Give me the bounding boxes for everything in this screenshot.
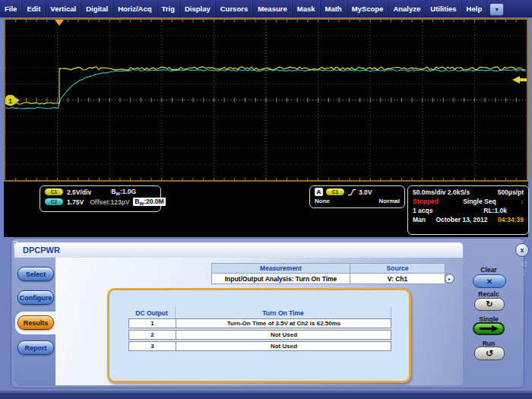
menu-measure[interactable]: Measure xyxy=(253,0,293,17)
menu-trig[interactable]: Trig xyxy=(157,0,180,17)
time-readout: 04:34:39 xyxy=(498,216,524,223)
sample-rate-readout: 500µs/pt xyxy=(498,188,524,196)
window-title: DPCPWR xyxy=(23,245,60,255)
measurement-col-header: Measurement xyxy=(212,264,350,273)
menu-digital[interactable]: Digital xyxy=(81,0,113,17)
menu-mask[interactable]: Mask xyxy=(293,0,321,17)
measurement-value[interactable]: Input/Output Analysis: Turn On Time xyxy=(212,274,350,283)
row3-result: Not Used xyxy=(176,342,391,350)
arrow-down-icon: ↓ xyxy=(521,198,524,205)
trigger-holdoff: None xyxy=(315,198,330,204)
table-row: 1 Turn-On Time of 3.5V at Ch2 is 62.50ms xyxy=(128,318,391,328)
sidebar-item-report[interactable]: Report xyxy=(17,340,54,355)
menu-file[interactable]: File xyxy=(0,0,22,17)
row1-output: 1 xyxy=(129,319,176,328)
acq-seq-mode[interactable]: Single Seq xyxy=(463,198,496,205)
row3-output: 3 xyxy=(129,342,176,350)
sidebar-item-results[interactable]: Results xyxy=(17,315,54,330)
clear-button[interactable]: ✕ xyxy=(473,274,506,288)
acq-count: 1 acqs xyxy=(413,207,432,214)
ch1-bandwidth: BW:1.0G xyxy=(111,188,136,196)
menu-utilities[interactable]: Utilities xyxy=(426,0,461,17)
rising-edge-icon xyxy=(348,188,356,196)
trigger-position-marker xyxy=(55,20,64,26)
row1-result: Turn-On Time of 3.5V at Ch2 is 62.50ms xyxy=(176,319,391,328)
results-box: DC Output Turn On Time 1 Turn-On Time of… xyxy=(107,288,411,383)
dc-output-header: DC Output xyxy=(128,307,176,318)
panel-close-icon: x xyxy=(520,246,524,254)
waveform-canvas: 1 xyxy=(5,20,527,180)
table-row: 2 Not Used xyxy=(128,330,391,340)
single-button[interactable] xyxy=(473,322,505,335)
status-area: C1 2.5V/div BW:1.0G C2 1.75V Offset:123µ… xyxy=(4,182,528,237)
trig-source-label: Man xyxy=(413,216,426,223)
nav-sidebar: Select Configure Results Report xyxy=(14,258,55,385)
menu-math[interactable]: Math xyxy=(321,0,347,17)
right-arrow-icon xyxy=(479,325,499,332)
results-table: DC Output Turn On Time 1 Turn-On Time of… xyxy=(128,307,391,353)
row2-result: Not Used xyxy=(176,331,391,339)
measurement-table: Measurement Source Input/Output Analysis… xyxy=(211,263,445,284)
window-content: Select Configure Results Report Measurem… xyxy=(14,258,463,385)
ch1-badge[interactable]: C1 xyxy=(45,188,63,195)
acq-status: Stopped xyxy=(413,198,439,205)
dpcpwr-window: DPCPWR Select Configure Results Report M… xyxy=(11,238,524,388)
menu-overflow-button[interactable]: ▼ xyxy=(489,3,504,16)
recalc-label: Recalc xyxy=(466,290,511,298)
ch2-scale[interactable]: 1.75V xyxy=(67,198,84,206)
loop-arrow-icon: ↺ xyxy=(486,348,493,359)
row2-output: 2 xyxy=(129,331,176,339)
refresh-icon: ↻ xyxy=(486,299,492,309)
sidebar-item-configure[interactable]: Configure xyxy=(17,290,54,305)
measurement-expand-button[interactable]: ▸ xyxy=(445,274,454,283)
expand-arrow-icon: ▸ xyxy=(448,276,451,281)
bottom-bar xyxy=(0,393,532,399)
trigger-a-badge: A xyxy=(315,188,323,196)
table-row: 3 Not Used xyxy=(128,341,391,351)
svg-text:1: 1 xyxy=(8,97,12,105)
ch2-bandwidth[interactable]: BW:20.0M xyxy=(133,198,165,206)
trigger-readout-box: A C1 3.0V None Normal xyxy=(309,185,405,208)
record-length: RL:1.0k xyxy=(483,207,507,214)
trigger-level[interactable]: 3.0V xyxy=(359,188,372,196)
collapse-down-icon[interactable]: ▽ xyxy=(521,269,527,277)
window-title-bar[interactable]: DPCPWR xyxy=(14,242,463,258)
chevron-down-icon: ▼ xyxy=(494,7,499,12)
waveform-display[interactable]: 1 xyxy=(4,18,528,182)
ch1-scale[interactable]: 2.5V/div xyxy=(67,188,91,196)
source-col-header: Source xyxy=(350,264,445,273)
menu-edit[interactable]: Edit xyxy=(22,0,46,17)
menu-vertical[interactable]: Vertical xyxy=(46,0,81,17)
menu-analyze[interactable]: Analyze xyxy=(388,0,426,17)
source-value[interactable]: V: Ch1 xyxy=(350,274,445,283)
run-button[interactable]: ↺ xyxy=(474,347,505,360)
clear-label: Clear xyxy=(466,266,511,274)
timebase-readout[interactable]: 50.0ms/div 2.0kS/s xyxy=(413,188,470,196)
turn-on-time-header: Turn On Time xyxy=(176,307,391,318)
vertical-readout-box: C1 2.5V/div BW:1.0G C2 1.75V Offset:123µ… xyxy=(40,185,161,212)
trigger-level-arrow xyxy=(520,78,527,81)
trigger-source-badge[interactable]: C1 xyxy=(326,188,344,195)
menu-cursors[interactable]: Cursors xyxy=(216,0,253,17)
ch2-badge[interactable]: C2 xyxy=(45,198,63,205)
menu-horiz-acq[interactable]: Horiz/Acq xyxy=(113,0,157,17)
menu-bar: File Edit Vertical Digital Horiz/Acq Tri… xyxy=(0,0,532,17)
recalc-button[interactable]: ↻ xyxy=(474,298,505,311)
sidebar-item-select[interactable]: Select xyxy=(17,267,54,281)
panel-close-button[interactable]: x xyxy=(515,243,529,257)
trigger-mode[interactable]: Normal xyxy=(378,198,400,204)
ch2-offset: Offset:123µV xyxy=(90,198,129,206)
menu-display[interactable]: Display xyxy=(180,0,216,17)
menu-help[interactable]: Help xyxy=(462,0,488,17)
menu-myscope[interactable]: MyScope xyxy=(347,0,389,17)
horizontal-readout-box: 50.0ms/div 2.0kS/s 500µs/pt Stopped Sing… xyxy=(407,185,529,235)
collapse-left-icon[interactable]: ◁ xyxy=(521,260,527,268)
clear-x-icon: ✕ xyxy=(486,277,492,286)
date-readout: October 13, 2012 xyxy=(435,216,487,223)
